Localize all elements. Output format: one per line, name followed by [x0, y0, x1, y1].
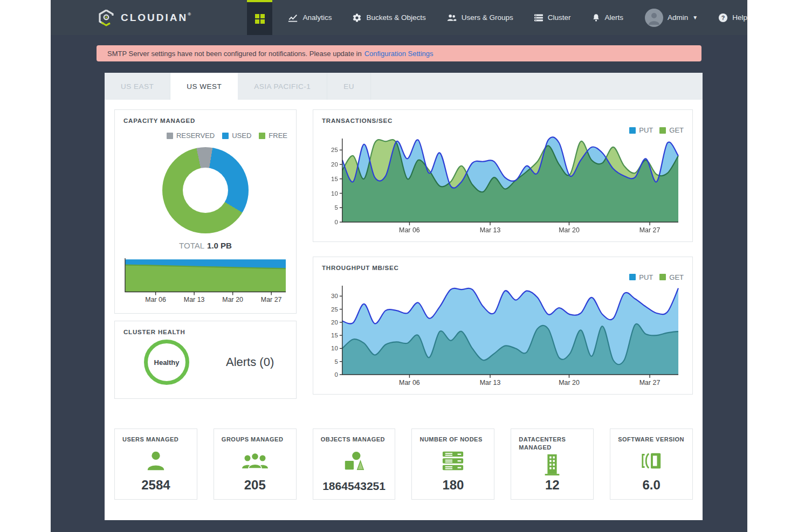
- nav-item-analytics[interactable]: Analytics: [287, 13, 332, 23]
- stat-value: 12: [545, 478, 560, 493]
- capacity-panel-title: CAPACITY MANAGED: [123, 118, 287, 124]
- tab-eu[interactable]: EU: [327, 73, 371, 100]
- used-swatch: [222, 133, 229, 139]
- stat-value: 2584: [141, 478, 170, 493]
- svg-text:Mar 06: Mar 06: [399, 379, 420, 386]
- stat-card-users-managed: USERS MANAGED 2584: [114, 429, 197, 500]
- legend-item-reserved: RESERVED: [167, 132, 215, 140]
- admin-menu[interactable]: Admin ▼: [645, 9, 698, 27]
- cloudian-logo[interactable]: CLOUDIAN®: [97, 9, 202, 27]
- tab-us-east[interactable]: US EAST: [105, 73, 170, 100]
- nav-item-alerts[interactable]: Alerts: [591, 13, 624, 23]
- capacity-donut-chart: [162, 147, 249, 233]
- nav-item-users-groups[interactable]: Users & Groups: [446, 13, 513, 23]
- stat-card-objects-managed: OBJECTS MANAGED 1864543251: [313, 429, 396, 500]
- get-swatch: [659, 127, 666, 134]
- nav-links: Analytics Buckets & Objects Users & Grou…: [287, 13, 623, 23]
- cluster-health-panel: CLUSTER HEALTH Healthy Alerts (0): [114, 321, 297, 399]
- datacenter-icon: [541, 452, 563, 478]
- svg-text:Mar 13: Mar 13: [480, 379, 501, 386]
- alerts-count[interactable]: Alerts (0): [226, 355, 274, 369]
- legend-label-used: USED: [232, 132, 251, 140]
- top-nav: CLOUDIAN® Analytics Bu: [51, 0, 747, 35]
- nav-item-cluster[interactable]: Cluster: [534, 13, 571, 22]
- transactions-chart-svg: 0510152025Mar 06Mar 13Mar 20Mar 27: [322, 134, 684, 236]
- free-swatch: [259, 133, 265, 139]
- legend-item-get: GET: [659, 273, 684, 281]
- svg-text:Mar 27: Mar 27: [639, 226, 661, 234]
- health-status-ring: Healthy: [144, 340, 189, 385]
- objects-icon: [341, 444, 367, 480]
- donut-hole: [183, 168, 228, 213]
- tab-asia-pacific-1-label: ASIA PACIFIC-1: [254, 82, 311, 91]
- svg-text:15: 15: [331, 332, 338, 338]
- stat-value: 205: [244, 478, 266, 493]
- legend-label-reserved: RESERVED: [176, 132, 215, 140]
- svg-text:Mar 27: Mar 27: [261, 296, 282, 303]
- legend-item-used: USED: [222, 132, 251, 140]
- configuration-settings-link[interactable]: Configuration Settings: [364, 50, 434, 58]
- svg-text:20: 20: [331, 319, 338, 326]
- capacity-total: TOTAL1.0 PB: [123, 241, 287, 250]
- svg-text:Mar 20: Mar 20: [559, 379, 580, 386]
- stat-label: OBJECTS MANAGED: [318, 436, 391, 444]
- svg-text:Mar 06: Mar 06: [145, 296, 166, 303]
- legend-item-put: PUT: [629, 273, 653, 281]
- stat-label: NUMBER OF NODES: [416, 436, 490, 444]
- reserved-swatch: [167, 133, 173, 139]
- help-menu[interactable]: ? Help: [718, 13, 747, 23]
- smtp-warning-banner: SMTP Server settings have not been confi…: [97, 45, 701, 61]
- svg-text:10: 10: [331, 345, 338, 351]
- avatar-person-icon: [645, 9, 663, 27]
- dashboard-grid-icon: [254, 13, 265, 24]
- nav-label-alerts: Alerts: [605, 13, 624, 22]
- cluster-health-title: CLUSTER HEALTH: [123, 329, 287, 335]
- stat-card-software-version: SOFTWARE VERSION 6.0: [610, 429, 693, 500]
- tab-asia-pacific-1[interactable]: ASIA PACIFIC-1: [238, 73, 327, 100]
- capacity-managed-panel: CAPACITY MANAGED RESERVED USED FREE: [114, 109, 297, 314]
- svg-text:30: 30: [331, 293, 338, 299]
- transactions-legend: PUT GET: [322, 126, 684, 134]
- dashboard-card: US EAST US WEST ASIA PACIFIC-1 EU CAPACI…: [105, 73, 703, 520]
- legend-item-get: GET: [659, 126, 684, 134]
- throughput-panel: THROUGHPUT MB/SEC PUT GET 051015202530Ma…: [313, 257, 693, 395]
- region-tabs: US EAST US WEST ASIA PACIFIC-1 EU: [105, 73, 703, 100]
- svg-text:?: ?: [721, 14, 725, 20]
- gear-icon: [352, 13, 362, 23]
- stat-label: DATACENTERS MANAGED: [515, 436, 589, 452]
- total-label: TOTAL: [179, 241, 204, 250]
- svg-text:5: 5: [334, 358, 338, 365]
- bell-icon: [591, 13, 601, 23]
- dashboard-content: CAPACITY MANAGED RESERVED USED FREE: [105, 100, 703, 520]
- app-root: CLOUDIAN® Analytics Bu: [51, 0, 747, 532]
- cluster-health-row: Healthy Alerts (0): [123, 340, 287, 385]
- nav-label-analytics: Analytics: [302, 13, 332, 22]
- user-icon: [143, 444, 169, 478]
- nav-item-dashboard[interactable]: [247, 0, 272, 35]
- transactions-panel: TRANSACTIONS/SEC PUT GET 0510152025Mar 0…: [313, 109, 693, 242]
- svg-text:25: 25: [331, 306, 338, 312]
- tab-us-west[interactable]: US WEST: [170, 73, 238, 100]
- banner-text: SMTP Server settings have not been confi…: [107, 50, 362, 58]
- cloudian-logo-icon: [97, 9, 115, 27]
- tab-us-east-label: US EAST: [121, 82, 154, 91]
- throughput-legend: PUT GET: [322, 273, 684, 281]
- total-value: 1.0 PB: [207, 241, 232, 250]
- legend-label-put: PUT: [639, 273, 653, 281]
- cluster-icon: [534, 13, 544, 22]
- svg-text:Mar 27: Mar 27: [639, 379, 661, 386]
- brand-mark: ®: [188, 12, 191, 17]
- stat-label: USERS MANAGED: [119, 436, 192, 444]
- left-column: CAPACITY MANAGED RESERVED USED FREE: [114, 109, 297, 399]
- stat-value: 180: [442, 478, 464, 493]
- nav-label-cluster: Cluster: [548, 13, 571, 22]
- nav-label-users-groups: Users & Groups: [462, 13, 513, 22]
- nav-item-buckets-objects[interactable]: Buckets & Objects: [352, 13, 425, 23]
- help-icon: ?: [718, 13, 728, 23]
- admin-label: Admin: [668, 13, 688, 22]
- legend-item-free: FREE: [259, 132, 287, 140]
- capacity-donut-wrap: [123, 147, 287, 233]
- capacity-history-chart: Mar 06Mar 13Mar 20Mar 27: [123, 257, 287, 306]
- throughput-chart-svg: 051015202530Mar 06Mar 13Mar 20Mar 27: [322, 281, 684, 389]
- svg-text:Mar 06: Mar 06: [399, 226, 420, 234]
